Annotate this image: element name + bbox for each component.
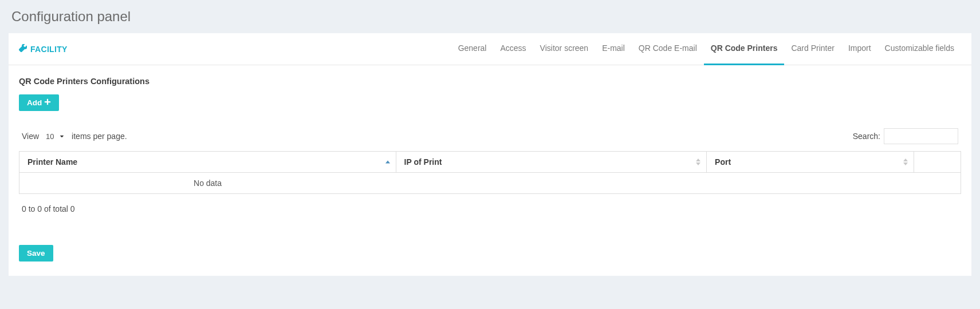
- view-label: View: [22, 132, 39, 141]
- tab-import[interactable]: Import: [841, 33, 878, 65]
- search-wrap: Search:: [853, 128, 958, 144]
- tab-general[interactable]: General: [451, 33, 494, 65]
- save-button-label: Save: [27, 249, 45, 258]
- col-label: Printer Name: [27, 157, 77, 167]
- sort-icon: [903, 159, 908, 166]
- empty-cell-rest: [396, 173, 961, 194]
- panel-body: QR Code Printers Configurations Add View…: [9, 65, 971, 276]
- col-actions: [914, 152, 961, 173]
- sort-asc-icon: [385, 160, 390, 164]
- config-panel: FACILITY General Access Visitor screen E…: [9, 33, 971, 276]
- view-select: View 10 items per page.: [22, 131, 127, 142]
- page-title: Configuration panel: [0, 0, 980, 33]
- tab-visitor-screen[interactable]: Visitor screen: [533, 33, 596, 65]
- save-button[interactable]: Save: [19, 245, 53, 262]
- tab-card-printer[interactable]: Card Printer: [784, 33, 841, 65]
- panel-header: FACILITY General Access Visitor screen E…: [9, 33, 971, 65]
- section-title: QR Code Printers Configurations: [19, 77, 961, 86]
- tabs: General Access Visitor screen E-mail QR …: [451, 33, 961, 65]
- pagination-info: 0 to 0 of total 0: [19, 204, 961, 213]
- printers-table: Printer Name IP of Print Port: [19, 151, 961, 194]
- add-button-label: Add: [27, 98, 42, 107]
- empty-cell: No data: [19, 173, 396, 194]
- wrench-icon: [19, 44, 27, 54]
- items-per-page-label: items per page.: [72, 132, 127, 141]
- add-button[interactable]: Add: [19, 94, 59, 111]
- search-input[interactable]: [884, 128, 958, 144]
- sort-icon: [696, 159, 700, 166]
- facility-text: FACILITY: [30, 45, 68, 54]
- tab-email[interactable]: E-mail: [595, 33, 632, 65]
- tab-access[interactable]: Access: [493, 33, 533, 65]
- plus-icon: [44, 98, 51, 107]
- items-per-page-select[interactable]: 10: [44, 131, 67, 142]
- facility-label: FACILITY: [19, 44, 68, 54]
- col-label: IP of Print: [404, 157, 442, 167]
- search-label: Search:: [853, 132, 880, 141]
- table-row-empty: No data: [19, 173, 961, 194]
- col-printer-name[interactable]: Printer Name: [19, 152, 396, 173]
- col-ip-of-print[interactable]: IP of Print: [396, 152, 707, 173]
- tab-qr-code-email[interactable]: QR Code E-mail: [632, 33, 704, 65]
- col-port[interactable]: Port: [707, 152, 914, 173]
- controls-row: View 10 items per page. Search:: [19, 128, 961, 144]
- tab-qr-code-printers[interactable]: QR Code Printers: [704, 33, 785, 65]
- tab-customizable-fields[interactable]: Customizable fields: [878, 33, 961, 65]
- col-label: Port: [715, 157, 731, 167]
